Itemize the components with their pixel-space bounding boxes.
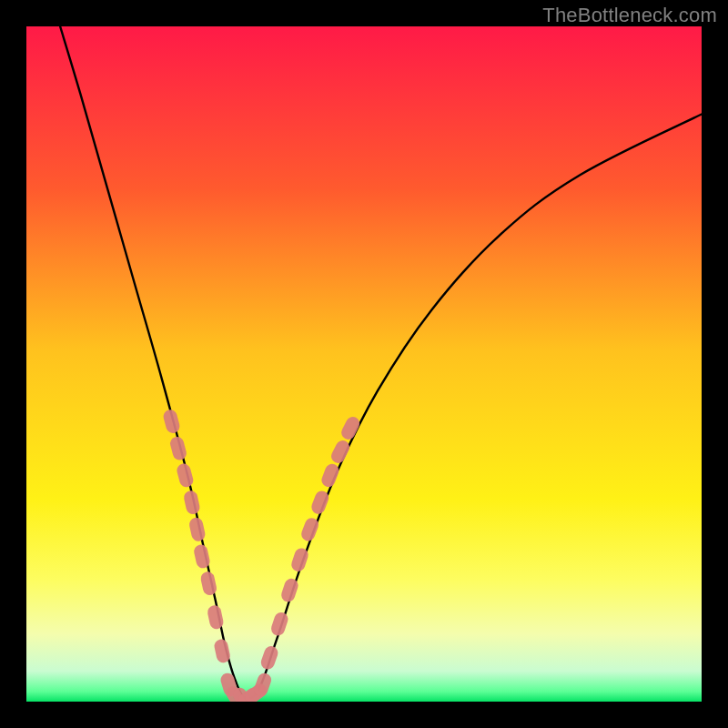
curve-marker	[183, 490, 201, 516]
curve-marker	[188, 516, 207, 542]
svg-rect-22	[319, 462, 340, 490]
chart-svg	[26, 26, 702, 702]
curve-marker	[329, 438, 352, 465]
svg-rect-17	[269, 611, 289, 637]
svg-rect-1	[162, 409, 181, 435]
curve-marker	[199, 571, 217, 597]
plot-area	[26, 26, 702, 702]
curve-marker	[269, 611, 289, 637]
bottleneck-curve	[60, 26, 702, 699]
curve-marker	[259, 644, 280, 672]
svg-rect-8	[207, 604, 225, 631]
curve-layer	[60, 26, 702, 699]
svg-rect-23	[329, 438, 352, 465]
svg-rect-7	[199, 571, 217, 597]
curve-marker	[176, 462, 195, 489]
svg-rect-5	[188, 516, 207, 542]
chart-frame: TheBottleneck.com	[0, 0, 728, 728]
curve-marker	[168, 435, 187, 461]
svg-rect-4	[183, 490, 201, 516]
svg-rect-2	[168, 435, 187, 461]
marker-layer	[162, 409, 362, 702]
svg-rect-16	[259, 644, 280, 672]
curve-marker	[319, 462, 340, 490]
curve-marker	[162, 409, 181, 435]
svg-rect-3	[176, 462, 195, 489]
watermark-text: TheBottleneck.com	[542, 4, 717, 27]
svg-rect-9	[213, 638, 231, 664]
curve-marker	[213, 638, 231, 664]
curve-marker	[207, 604, 225, 631]
